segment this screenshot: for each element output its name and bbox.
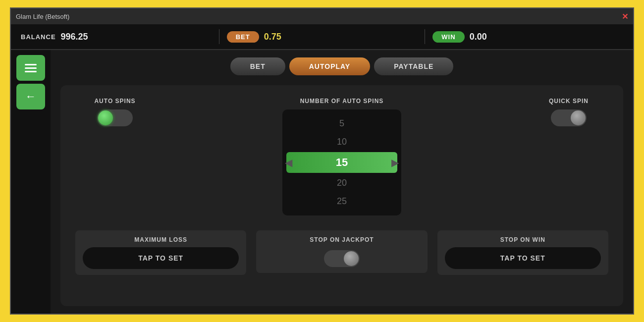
stats-bar: BALANCE 996.25 BET 0.75 WIN 0.00 — [11, 24, 633, 50]
nav-tabs: BET AUTOPLAY PAYTABLE — [60, 57, 623, 75]
main-window: Glam Life (Betsoft) ✕ BALANCE 996.25 BET… — [10, 7, 634, 315]
auto-spins-toggle[interactable] — [97, 109, 133, 126]
number-picker-label: NUMBER OF AUTO SPINS — [300, 98, 384, 105]
back-arrow-icon: ← — [25, 90, 36, 103]
quick-spin-toggle[interactable] — [551, 109, 587, 126]
balance-item: BALANCE 996.25 — [21, 32, 212, 42]
picker-arrow-left[interactable]: ◀ — [285, 157, 292, 168]
stop-on-win-outer: STOP ON WIN TAP TO SET — [437, 230, 608, 275]
stop-on-win-section: STOP ON WIN TAP TO SET — [437, 230, 608, 275]
maximum-loss-outer: MAXIMUM LOSS TAP TO SET — [75, 230, 246, 275]
number-picker-section: NUMBER OF AUTO SPINS 5 10 15 20 25 ◀ ▶ — [169, 98, 514, 215]
picker-item-25[interactable]: 25 — [282, 192, 401, 211]
quick-spin-thumb — [571, 110, 586, 125]
tab-paytable[interactable]: PAYTABLE — [374, 57, 453, 75]
close-button[interactable]: ✕ — [622, 12, 628, 21]
auto-spins-thumb — [98, 110, 113, 125]
win-label: WIN — [432, 31, 464, 43]
stop-on-win-tap-button[interactable]: TAP TO SET — [445, 247, 601, 269]
bet-label: BET — [227, 31, 259, 43]
stop-on-jackpot-section: STOP ON JACKPOT — [256, 230, 427, 275]
divider-1 — [219, 29, 219, 44]
balance-label: BALANCE — [21, 33, 56, 41]
window-title: Glam Life (Betsoft) — [16, 13, 69, 20]
back-button[interactable]: ← — [16, 84, 45, 109]
main-area: ← BET AUTOPLAY PAYTABLE DEMO FREE SLOT A… — [11, 50, 633, 314]
stop-on-jackpot-title: STOP ON JACKPOT — [310, 236, 374, 243]
autoplay-panel: DEMO FREE SLOT AUTO SPINS NUMBER OF AUTO… — [60, 85, 623, 306]
stop-on-win-title: STOP ON WIN — [500, 236, 545, 243]
title-bar: Glam Life (Betsoft) ✕ — [11, 8, 633, 24]
picker-item-10[interactable]: 10 — [282, 133, 401, 151]
picker-arrow-right[interactable]: ▶ — [391, 157, 399, 168]
divider-2 — [425, 29, 425, 44]
maximum-loss-section: MAXIMUM LOSS TAP TO SET — [75, 230, 246, 275]
sidebar: ← — [11, 50, 51, 314]
bet-item: BET 0.75 — [227, 31, 418, 43]
stop-on-jackpot-outer: STOP ON JACKPOT — [256, 230, 427, 273]
auto-spins-label: AUTO SPINS — [94, 98, 135, 105]
balance-value: 996.25 — [61, 32, 88, 42]
content-area: BET AUTOPLAY PAYTABLE DEMO FREE SLOT AUT… — [51, 50, 633, 314]
number-picker[interactable]: 5 10 15 20 25 ◀ ▶ — [282, 109, 401, 215]
panel-top-row: AUTO SPINS NUMBER OF AUTO SPINS 5 10 15 … — [75, 98, 608, 215]
bet-value: 0.75 — [264, 32, 281, 42]
maximum-loss-tap-button[interactable]: TAP TO SET — [83, 247, 239, 269]
stop-on-jackpot-toggle[interactable] — [324, 250, 360, 267]
tab-autoplay[interactable]: AUTOPLAY — [289, 57, 370, 75]
panel-bottom-row: MAXIMUM LOSS TAP TO SET STOP ON JACKPOT — [75, 230, 608, 275]
tab-bet[interactable]: BET — [230, 57, 285, 75]
maximum-loss-title: MAXIMUM LOSS — [134, 236, 187, 243]
picker-item-15-selected[interactable]: 15 — [286, 152, 397, 173]
picker-item-20[interactable]: 20 — [282, 174, 401, 192]
win-item: WIN 0.00 — [432, 31, 623, 43]
picker-item-5[interactable]: 5 — [282, 114, 401, 133]
auto-spins-section: AUTO SPINS — [75, 98, 155, 126]
hamburger-icon — [25, 64, 37, 72]
quick-spin-label: QUICK SPIN — [549, 98, 589, 105]
menu-button[interactable] — [16, 55, 45, 81]
win-value: 0.00 — [470, 32, 487, 42]
quick-spin-section: QUICK SPIN — [529, 98, 608, 126]
stop-on-jackpot-thumb — [344, 251, 359, 266]
